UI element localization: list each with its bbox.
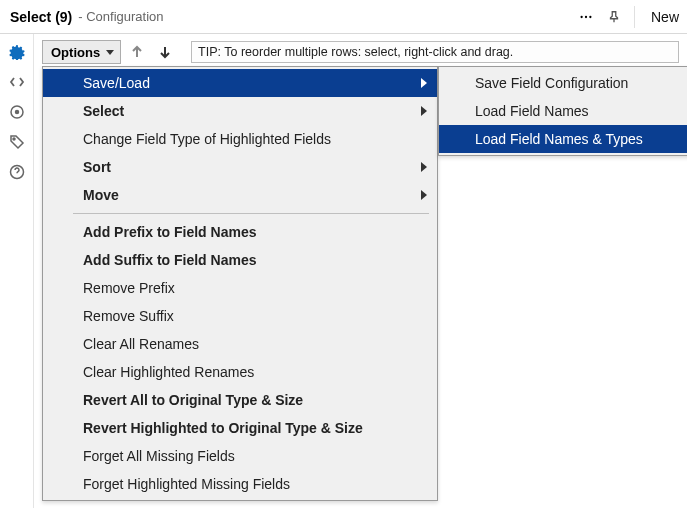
save-load-submenu: Save Field ConfigurationLoad Field Names… [438,66,687,156]
menu-item[interactable]: Select [43,97,437,125]
menu-item[interactable]: Revert Highlighted to Original Type & Si… [43,414,437,442]
menu-item-label: Move [83,187,119,203]
window-title: Select (9) [10,9,72,25]
code-icon[interactable] [7,72,27,92]
target-icon[interactable] [7,102,27,122]
left-icon-bar [0,34,34,508]
menu-item[interactable]: Forget Highlighted Missing Fields [43,470,437,498]
menu-separator [73,213,429,214]
caret-down-icon [106,50,114,55]
tip-text: TIP: To reorder multiple rows: select, r… [191,41,679,63]
title-bar: Select (9) - Configuration New [0,0,687,34]
menu-item[interactable]: Sort [43,153,437,181]
menu-item-label: Add Suffix to Field Names [83,252,256,268]
chevron-right-icon [421,106,427,116]
menu-item[interactable]: Revert All to Original Type & Size [43,386,437,414]
new-button[interactable]: New [651,9,679,25]
options-button[interactable]: Options [42,40,121,64]
menu-item-label: Revert All to Original Type & Size [83,392,303,408]
svg-point-4 [15,111,18,114]
chevron-right-icon [421,78,427,88]
menu-item[interactable]: Add Prefix to Field Names [43,218,437,246]
menu-item-label: Save/Load [83,75,150,91]
toolbar: Options TIP: To reorder multiple rows: s… [42,40,679,64]
menu-item[interactable]: Remove Prefix [43,274,437,302]
submenu-item-label: Load Field Names [475,103,589,119]
svg-point-5 [13,138,15,140]
menu-item-label: Change Field Type of Highlighted Fields [83,131,331,147]
main-panel: Options TIP: To reorder multiple rows: s… [34,34,687,508]
menu-item[interactable]: Change Field Type of Highlighted Fields [43,125,437,153]
menu-item-label: Sort [83,159,111,175]
menu-item-label: Add Prefix to Field Names [83,224,256,240]
svg-point-2 [589,15,591,17]
window-subtitle: - Configuration [78,9,163,24]
submenu-item[interactable]: Load Field Names [439,97,687,125]
menu-item[interactable]: Clear All Renames [43,330,437,358]
menu-item[interactable]: Save/Load [43,69,437,97]
submenu-item-label: Save Field Configuration [475,75,628,91]
submenu-item[interactable]: Save Field Configuration [439,69,687,97]
menu-item[interactable]: Add Suffix to Field Names [43,246,437,274]
more-options-icon[interactable] [572,3,600,31]
chevron-right-icon [421,190,427,200]
tag-icon[interactable] [7,132,27,152]
options-menu: Save/LoadSelectChange Field Type of High… [42,66,438,501]
gear-icon[interactable] [7,42,27,62]
svg-point-1 [585,15,587,17]
submenu-item[interactable]: Load Field Names & Types [439,125,687,153]
menu-item-label: Clear All Renames [83,336,199,352]
menu-item-label: Select [83,103,124,119]
move-up-button[interactable] [125,40,149,64]
svg-point-0 [580,15,582,17]
help-icon[interactable] [7,162,27,182]
options-label: Options [51,45,100,60]
menu-item-label: Remove Prefix [83,280,175,296]
move-down-button[interactable] [153,40,177,64]
menu-item-label: Revert Highlighted to Original Type & Si… [83,420,363,436]
submenu-item-label: Load Field Names & Types [475,131,643,147]
menu-item-label: Forget Highlighted Missing Fields [83,476,290,492]
menu-item[interactable]: Clear Highlighted Renames [43,358,437,386]
divider [634,6,635,28]
menu-item-label: Forget All Missing Fields [83,448,235,464]
menu-item-label: Clear Highlighted Renames [83,364,254,380]
menu-item[interactable]: Forget All Missing Fields [43,442,437,470]
pin-icon[interactable] [600,3,628,31]
menu-item[interactable]: Move [43,181,437,209]
menu-item-label: Remove Suffix [83,308,174,324]
chevron-right-icon [421,162,427,172]
menu-item[interactable]: Remove Suffix [43,302,437,330]
